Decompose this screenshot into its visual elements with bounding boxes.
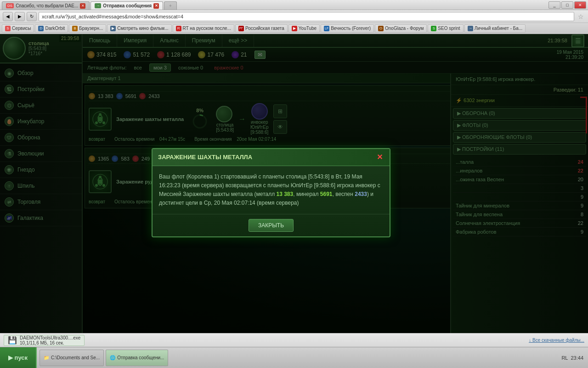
taskbar-item-2[interactable]: 🌐 Отправка сообщени... <box>106 350 168 366</box>
bookmark-label-browser: Браузерн... <box>79 26 103 31</box>
tab-inactive-1[interactable]: DS Спасибо, что выбрали DAE... ✕ <box>2 1 90 10</box>
bookmark-label-darkorbit: DarkOrbit <box>45 26 65 31</box>
forward-button[interactable]: ▶ <box>15 12 25 21</box>
bookmark-seo[interactable]: S SEO sprint <box>428 24 463 33</box>
system-tray: RL 23:44 <box>561 355 588 361</box>
taskbar-item-1[interactable]: 📁 C:\Documents and Se... <box>40 350 104 366</box>
bookmark-services[interactable]: S Сервисы <box>2 24 34 33</box>
tab-close-active[interactable]: ✕ <box>153 3 159 9</box>
bookmark-youtube[interactable]: ▶ YouTube <box>288 24 320 33</box>
download-all-link[interactable]: ↓ Все скачанные файлы... <box>529 338 584 343</box>
bookmark-label-rg: Российская газета <box>245 26 284 31</box>
tab-label-2: Отправка сообщения <box>103 3 152 8</box>
tab-new[interactable]: + <box>164 1 177 10</box>
tab-strip: DS Спасибо, что выбрали DAE... ✕ → Отпра… <box>2 0 177 10</box>
bookmark-lf[interactable]: LF Вечность (Forever) <box>321 24 374 33</box>
bookmark-rt[interactable]: R RT на русском после... <box>173 24 234 33</box>
close-window-button[interactable]: ✕ <box>574 1 586 9</box>
bookmark-darkorbit[interactable]: D DarkOrbit <box>35 24 68 33</box>
system-time: 23:44 <box>571 355 583 361</box>
taskbar-icon-1: 📁 <box>44 355 49 360</box>
bookmark-label-youtube: YouTube <box>299 26 317 31</box>
bookmarks-bar: S Сервисы D DarkOrbit B Браузерн... ▶ См… <box>0 23 588 34</box>
bookmark-onoglaza[interactable]: O OnoGlaza - Форум <box>375 24 427 33</box>
bookmark-icon-lf: LF <box>324 26 329 31</box>
modal-overlay[interactable]: ЗАРАЖЕНИЕ ШАХТЫ МЕТАЛЛА ✕ Ваш флот (Коро… <box>0 34 588 351</box>
browser-titlebar: DS Спасибо, что выбрали DAE... ✕ → Отпра… <box>0 0 588 10</box>
bookmark-label-kino: Смотреть кино фильм... <box>117 26 168 31</box>
taskbar-icon-2: 🌐 <box>110 355 115 360</box>
bookmark-cabinet[interactable]: → Личный кабинет - Ба... <box>464 24 526 33</box>
taskbar: ▶ пуск 📁 C:\Documents and Se... 🌐 Отправ… <box>0 347 588 368</box>
bookmark-icon-services: S <box>5 26 11 31</box>
tab-active-2[interactable]: → Отправка сообщения ✕ <box>90 1 163 10</box>
maximize-button[interactable]: □ <box>561 1 573 9</box>
download-bar: 💾 DAEMONToolsUltra300....exe 10,1/11,6 М… <box>0 333 588 347</box>
taskbar-label-2: Отправка сообщени... <box>117 355 164 360</box>
start-button[interactable]: ▶ пуск <box>0 347 37 368</box>
bookmark-label-lf: Вечность (Forever) <box>331 26 371 31</box>
modal-footer: ЗАКРЫТЬ <box>153 214 390 236</box>
tray-locale: RL <box>561 355 568 361</box>
bookmark-icon-kino: ▶ <box>110 26 116 31</box>
bookmark-icon-rt: R <box>176 26 181 31</box>
bookmark-label-onoglaza: OnoGlaza - Форум <box>385 26 424 31</box>
bookmark-label-services: Сервисы <box>12 26 31 31</box>
bookmark-icon-rg: РГ <box>238 26 244 31</box>
bookmark-kino[interactable]: ▶ Смотреть кино фильм... <box>107 24 171 33</box>
download-filename: DAEMONToolsUltra300....exe <box>20 335 80 340</box>
bookmark-icon-cabinet: → <box>468 26 473 31</box>
back-button[interactable]: ◀ <box>3 12 13 21</box>
bookmark-icon-browser: B <box>72 26 78 31</box>
download-file-info: DAEMONToolsUltra300....exe 10,1/11,6 МБ,… <box>20 335 80 345</box>
bookmark-icon-youtube: ▶ <box>292 26 297 31</box>
download-file-item[interactable]: 💾 DAEMONToolsUltra300....exe 10,1/11,6 М… <box>4 335 85 346</box>
bookmark-rg[interactable]: РГ Российская газета <box>235 24 288 33</box>
window-controls: _ □ ✕ <box>548 1 586 9</box>
bookmark-label-seo: SEO sprint <box>438 26 460 31</box>
bookmark-label-cabinet: Личный кабинет - Ба... <box>475 26 523 31</box>
modal-body: Ваш флот (Королева 1) стартовавший с пла… <box>153 166 390 214</box>
bookmark-star[interactable]: ☆ <box>576 12 585 21</box>
modal-close-button[interactable]: ЗАКРЫТЬ <box>249 219 294 232</box>
modal-gas: 2433 <box>355 191 367 197</box>
game-area: столица [5:543:8] *1716* 21:39:58 ◉ Обзо… <box>0 34 588 351</box>
modal-close-x[interactable]: ✕ <box>375 153 384 162</box>
tab-close-1[interactable]: ✕ <box>80 3 85 9</box>
modal-title-bar: ЗАРАЖЕНИЕ ШАХТЫ МЕТАЛЛА ✕ <box>153 149 390 166</box>
taskbar-items: 📁 C:\Documents and Se... 🌐 Отправка сооб… <box>37 350 561 366</box>
modal-dialog: ЗАРАЖЕНИЕ ШАХТЫ МЕТАЛЛА ✕ Ваш флот (Коро… <box>152 148 390 238</box>
tab-favicon-2: → <box>95 3 101 8</box>
bookmark-icon-darkorbit: D <box>38 26 44 31</box>
download-details: 10,1/11,6 МБ, 16 сек. <box>20 340 80 345</box>
bookmark-browser[interactable]: B Браузерн... <box>69 24 106 33</box>
modal-text: Ваш флот (Королева 1) стартовавший с пла… <box>159 172 383 208</box>
start-label: ▶ пуск <box>8 354 28 361</box>
download-file-icon: 💾 <box>8 336 17 345</box>
minimize-button[interactable]: _ <box>548 1 560 9</box>
modal-metal: 13 383 <box>277 191 294 197</box>
bookmark-icon-onoglaza: O <box>378 26 384 31</box>
tab-favicon-1: DS <box>6 3 14 8</box>
modal-title-text: ЗАРАЖЕНИЕ ШАХТЫ МЕТАЛЛА <box>158 154 252 161</box>
address-bar: ◀ ▶ ↻ ☆ <box>0 10 588 23</box>
bookmark-icon-seo: S <box>431 26 436 31</box>
modal-mineral: 5691 <box>320 191 333 197</box>
refresh-button[interactable]: ↻ <box>27 12 37 21</box>
bookmark-label-rt: RT на русском после... <box>183 26 231 31</box>
tab-label-1: Спасибо, что выбрали DAE... <box>16 3 78 8</box>
address-input[interactable] <box>39 12 574 21</box>
taskbar-label-1: C:\Documents and Se... <box>51 355 100 360</box>
